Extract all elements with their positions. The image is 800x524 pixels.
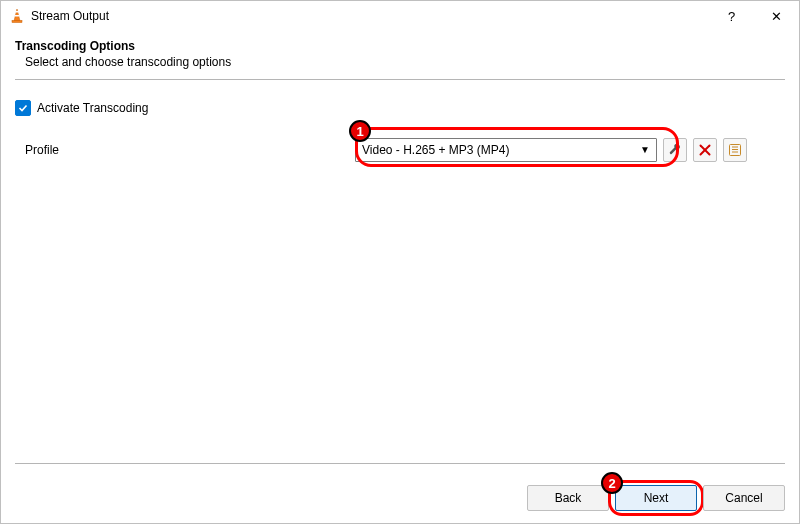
activate-transcoding-row: Activate Transcoding [15,100,785,116]
window-controls: ? ✕ [709,1,799,31]
next-button[interactable]: Next [615,485,697,511]
new-profile-icon [728,143,742,157]
titlebar: Stream Output ? ✕ [1,1,799,31]
delete-profile-button[interactable] [693,138,717,162]
section-subheading: Select and choose transcoding options [15,55,785,69]
activate-transcoding-checkbox[interactable] [15,100,31,116]
cancel-button[interactable]: Cancel [703,485,785,511]
section-heading: Transcoding Options [15,39,785,53]
edit-profile-button[interactable] [663,138,687,162]
profile-select[interactable]: Video - H.265 + MP3 (MP4) ▼ [355,138,657,162]
chevron-down-icon: ▼ [640,145,650,155]
svg-rect-3 [12,21,22,23]
profile-row: Profile Video - H.265 + MP3 (MP4) ▼ [15,138,785,162]
close-button[interactable]: ✕ [754,1,799,31]
content-area: Transcoding Options Select and choose tr… [1,39,799,523]
back-button[interactable]: Back [527,485,609,511]
wrench-icon [668,143,682,157]
svg-rect-2 [15,15,20,17]
vlc-cone-icon [9,8,25,24]
activate-transcoding-label: Activate Transcoding [37,101,148,115]
new-profile-button[interactable] [723,138,747,162]
svg-rect-1 [15,11,19,13]
profile-label: Profile [15,143,355,157]
footer-separator [15,463,785,464]
stream-output-window: Stream Output ? ✕ Transcoding Options Se… [0,0,800,524]
profile-selected-value: Video - H.265 + MP3 (MP4) [362,143,510,157]
help-button[interactable]: ? [709,1,754,31]
section-separator [15,79,785,80]
footer-buttons: Back Next 2 Cancel [521,485,785,511]
window-title: Stream Output [31,9,109,23]
delete-icon [699,144,711,156]
